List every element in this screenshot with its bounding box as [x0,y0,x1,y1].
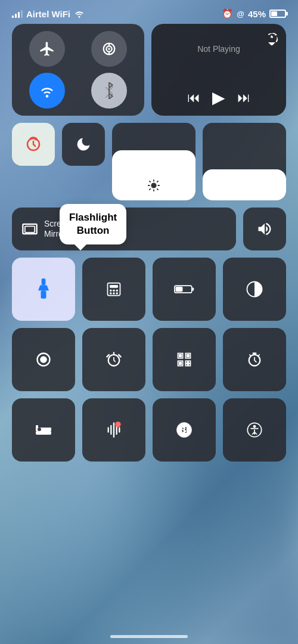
svg-point-19 [116,292,119,295]
svg-rect-35 [179,355,182,357]
status-left: Airtel WiFi [12,9,85,19]
volume-control-button[interactable] [243,208,286,250]
signal-icon [12,10,23,18]
accessibility-icon [246,422,263,438]
svg-point-14 [110,290,112,292]
calculator-button[interactable] [82,258,145,321]
svg-point-16 [116,290,119,292]
svg-rect-36 [187,355,190,357]
shazam-icon: S [175,421,193,439]
rewind-button[interactable]: ⏮ [187,90,200,106]
bluetooth-icon [103,82,115,99]
calculator-icon [105,281,122,298]
media-controls: ⏮ ▶ ⏭ [160,88,278,107]
cellular-icon [101,41,117,57]
grid-row-1: Flashlight Button [12,258,286,321]
timer-icon [246,351,263,368]
battery-percent: 45% [248,9,266,19]
screen-recorder-button[interactable] [153,258,216,321]
svg-rect-21 [192,287,194,290]
grid-row-2 [12,328,286,391]
cellular-button[interactable] [91,31,127,67]
second-row [12,123,286,200]
qr-icon [176,351,193,368]
home-indicator[interactable] [110,635,188,638]
status-right: ⏰ @ 45% [222,8,286,19]
svg-point-17 [110,292,112,295]
bed-icon [35,423,52,437]
brightness-slider[interactable] [112,123,195,200]
wifi-icon [39,83,55,98]
brightness-area [112,123,195,200]
svg-rect-32 [188,361,191,363]
flashlight-icon [35,278,52,300]
svg-point-42 [38,428,41,431]
do-not-disturb-button[interactable] [62,123,105,166]
battery-icon [269,10,286,18]
volume-area [203,123,286,200]
color-invert-button[interactable] [223,258,286,321]
svg-rect-41 [36,425,38,431]
airplane-icon [39,41,55,57]
qr-scanner-button[interactable] [153,328,216,391]
volume-slider[interactable] [203,123,286,200]
screen-rotation-button[interactable] [12,123,55,166]
svg-rect-39 [36,431,51,435]
flashlight-button[interactable] [12,258,75,321]
status-bar: Airtel WiFi ⏰ @ 45% [0,0,298,24]
svg-rect-22 [176,287,183,292]
svg-point-15 [113,290,115,292]
invert-icon [246,280,263,298]
fast-forward-button[interactable]: ⏭ [237,90,250,106]
carrier-label: Airtel WiFi [26,9,70,19]
brightness-icon [147,179,160,192]
timer-button[interactable] [223,328,286,391]
camera-button[interactable] [12,328,75,391]
screen-rotation-icon [24,135,42,153]
svg-rect-13 [110,285,118,288]
bluetooth-button[interactable] [91,73,127,109]
connectivity-widget [12,24,144,116]
play-button[interactable]: ▶ [212,88,225,107]
svg-point-6 [151,182,156,188]
svg-rect-31 [185,361,188,363]
now-playing-label: Not Playing [160,32,278,54]
screen-mirror-icon [21,221,38,237]
svg-rect-8 [42,278,46,285]
svg-text:S: S [181,425,187,435]
sleep-button[interactable] [12,398,75,462]
flashlight-tooltip: Flashlight Button [60,204,126,244]
now-playing-widget: Not Playing ⏮ ▶ ⏭ [151,24,286,116]
grid-row-3: S [12,398,286,462]
svg-point-25 [40,356,47,363]
top-row: Not Playing ⏮ ▶ ⏭ [12,24,286,116]
volume-icon [238,179,251,192]
alarm-icon: ⏰ [222,8,233,19]
shazam-button[interactable]: S [153,398,216,462]
alarm-clock-icon [105,351,122,368]
alarm-clock-button[interactable] [82,328,145,391]
wifi-button[interactable] [29,73,65,109]
voice-memo-button[interactable] [82,398,145,462]
svg-marker-9 [38,285,49,290]
svg-point-18 [113,292,115,295]
location-icon: @ [237,10,244,18]
svg-rect-34 [188,364,191,366]
svg-rect-33 [185,364,188,366]
svg-point-2 [108,48,110,50]
svg-point-43 [115,422,120,427]
airplay-icon[interactable] [265,31,279,48]
third-row: Screen Mirror [12,208,286,250]
svg-rect-37 [179,363,182,365]
accessibility-button[interactable] [223,398,286,462]
moon-icon [75,136,92,153]
soundwave-icon [105,422,122,438]
battery-horizontal-icon [174,284,194,295]
airplane-mode-button[interactable] [29,31,65,67]
svg-point-46 [253,425,256,428]
control-center: Not Playing ⏮ ▶ ⏭ [0,24,298,462]
wifi-status-icon [74,10,85,18]
svg-rect-7 [25,226,35,233]
speaker-icon [256,221,273,237]
record-icon [35,351,52,368]
